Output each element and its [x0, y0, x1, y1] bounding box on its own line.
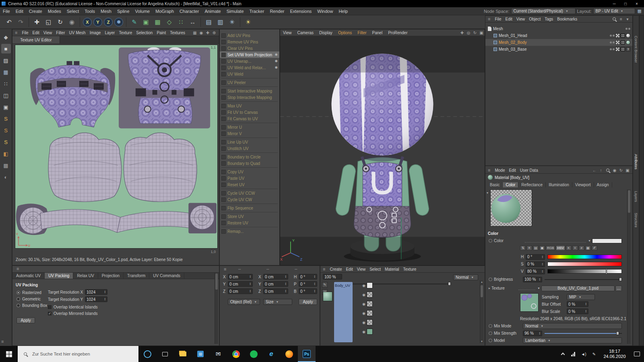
spinner-icon[interactable]: ▲▼ — [541, 263, 543, 266]
back-icon[interactable]: ← — [591, 168, 598, 173]
animation-dot-icon[interactable] — [489, 278, 492, 281]
coord-field-col3-b[interactable]: 0 °▲▼ — [299, 288, 317, 294]
dock-tab-attributes[interactable]: Attributes — [634, 152, 638, 171]
menu-create[interactable]: Create — [26, 9, 45, 14]
up-icon[interactable]: ↑ — [598, 168, 604, 173]
swatches-icon[interactable]: ▦ — [585, 245, 591, 251]
scrollbar[interactable] — [627, 189, 631, 344]
pen-tray-icon[interactable]: ✎ — [589, 346, 599, 362]
interface-grid-icon[interactable]: ▦ — [638, 8, 642, 14]
search-icon[interactable] — [606, 169, 609, 172]
scrollbar[interactable]: ▴ ▾ — [480, 280, 483, 343]
channel-thumbnail[interactable] — [367, 310, 373, 316]
editor-visibility-dot[interactable] — [610, 48, 612, 50]
field-value[interactable]: 1024▲▼ — [85, 289, 107, 295]
selected-material-row[interactable]: Body_UV — [334, 282, 353, 342]
pan-view-icon[interactable]: ✚ — [459, 31, 465, 35]
uv-menu-image[interactable]: Image — [88, 31, 103, 35]
grid-snap-icon[interactable]: ▦ — [192, 31, 198, 35]
attribute-tab-color[interactable]: Color — [503, 182, 518, 187]
eye-icon[interactable]: ◉ — [362, 284, 365, 288]
uv-menu-edit[interactable]: Edit — [31, 31, 41, 35]
command-remap-[interactable]: Remap... — [220, 228, 279, 234]
object-menu-tags[interactable]: Tags — [543, 17, 555, 21]
command-restore-uv[interactable]: Restore UV — [220, 220, 279, 226]
attribute-tab-illumination[interactable]: Illumination — [546, 182, 572, 187]
sampling-dropdown[interactable]: MIP▼ — [567, 294, 595, 300]
expand-arrow-icon[interactable]: ▸ — [489, 286, 490, 290]
menu-volume[interactable]: Volume — [132, 9, 153, 14]
compact-mode-icon[interactable]: ⇅ — [520, 245, 526, 251]
uv-menu-file[interactable]: File — [20, 31, 30, 35]
uv-tag-icon[interactable] — [621, 47, 625, 51]
viewport-menu-options[interactable]: Options — [335, 31, 355, 35]
z-axis-lock-button[interactable]: Z — [104, 18, 113, 27]
firefox-icon[interactable] — [280, 346, 298, 362]
model-dropdown[interactable]: Lambertian▼ — [523, 337, 622, 343]
object-mesh[interactable]: Mesh — [485, 25, 632, 32]
animation-dot-icon[interactable] — [489, 324, 492, 328]
eye-icon[interactable]: ◉ — [362, 293, 365, 297]
uv-menu-layer[interactable]: Layer — [103, 31, 117, 35]
command-boundary-to-circle[interactable]: Boundary to Circle — [220, 154, 279, 160]
command-uv-unwrap-[interactable]: UV Unwrap...✱ — [220, 58, 279, 64]
uv-canvas[interactable]: U V — [15, 45, 218, 249]
volume-builder-icon[interactable]: ▣ — [140, 16, 151, 27]
texture-thumbnail[interactable] — [520, 293, 539, 312]
attribute-tab-assign[interactable]: Assign — [594, 182, 612, 187]
move-icon[interactable]: ✚ — [31, 16, 42, 27]
dock-tab-layers[interactable]: Layers — [634, 189, 638, 204]
spinner-icon[interactable]: ▲▼ — [248, 282, 251, 286]
coordinate-column-header[interactable]: -- — [266, 267, 269, 271]
render-settings-icon[interactable]: ✳ — [227, 16, 237, 27]
uv-island-bib-front[interactable] — [119, 47, 210, 128]
command-line-up-uv[interactable]: Line Up UV — [220, 139, 279, 145]
render-visibility-dot[interactable] — [628, 28, 630, 30]
spectrum-icon[interactable]: ▤ — [533, 245, 539, 251]
uv-points-mode-icon[interactable]: ∷ — [1, 79, 11, 88]
command-unstitch-uv[interactable]: Unstitch UV — [220, 145, 279, 152]
spinner-icon[interactable]: ▲▼ — [541, 270, 543, 273]
channel-row[interactable]: ◉ — [362, 328, 373, 335]
channel-row[interactable]: ◉ — [362, 310, 373, 317]
texture-file-button[interactable]: Body_UV_Color_1.psd — [541, 286, 615, 291]
color-swatch[interactable] — [592, 239, 622, 243]
coord-field-col2-x[interactable]: 0 cm▲▼ — [263, 274, 288, 280]
uv-menu-view[interactable]: View — [41, 31, 54, 35]
uv-tag-icon[interactable] — [621, 33, 625, 38]
material-menu-material[interactable]: Material — [383, 267, 401, 272]
material-menu-texture[interactable]: Texture — [401, 267, 419, 272]
hsv-button[interactable]: HSV — [556, 245, 565, 251]
gear-icon[interactable]: ✱ — [275, 66, 278, 70]
spinner-icon[interactable]: ▲▼ — [284, 275, 287, 278]
uv-polygons-mode-icon[interactable]: ▣ — [1, 102, 11, 112]
uv-canvas-image[interactable]: U V — [15, 45, 217, 248]
redo-icon[interactable]: ↷ — [15, 16, 26, 27]
axes-icon[interactable]: ⊕ — [211, 31, 217, 35]
command-flip-sequence[interactable]: Flip Sequence — [220, 205, 279, 211]
material-menu-select[interactable]: Select — [367, 267, 383, 272]
mail-icon[interactable]: ✉ — [209, 346, 227, 362]
volume-mesher-icon[interactable]: ▦ — [152, 16, 163, 27]
eye-icon[interactable]: ◉ — [362, 311, 365, 315]
command-uv-weld-and-relax-[interactable]: UV Weld and Relax...✱ — [220, 64, 279, 71]
uv-menu-uv-mesh[interactable]: UV Mesh — [67, 31, 88, 35]
network-tray-icon[interactable] — [568, 346, 578, 362]
attr-menu-mode[interactable]: Mode — [493, 168, 507, 173]
hsv-field-s[interactable]: 0 %▲▼ — [526, 261, 545, 267]
command-paste-uv[interactable]: Paste UV — [220, 175, 279, 181]
photoshop-icon[interactable]: Ps — [298, 346, 316, 362]
uv-island-leg-right[interactable] — [124, 133, 197, 202]
projection-paint-icon[interactable]: S — [1, 125, 11, 135]
spinner-icon[interactable]: ▲▼ — [103, 298, 106, 301]
edge-icon[interactable]: e — [262, 346, 280, 362]
command-stop-interactive-mapping[interactable]: Stop Interactive Mapping — [220, 94, 279, 101]
uv-island-leg-left[interactable] — [48, 133, 122, 202]
menu-mograph[interactable]: MoGraph — [153, 9, 177, 14]
store-icon[interactable]: ⊞ — [192, 346, 209, 362]
channel-thumbnail[interactable] — [367, 329, 373, 335]
tab-relax-uv[interactable]: Relax UV — [73, 273, 98, 279]
raybrush-icon[interactable]: S — [1, 137, 11, 147]
menu-edit[interactable]: Edit — [13, 9, 26, 14]
object-menu-file[interactable]: File — [493, 17, 503, 21]
